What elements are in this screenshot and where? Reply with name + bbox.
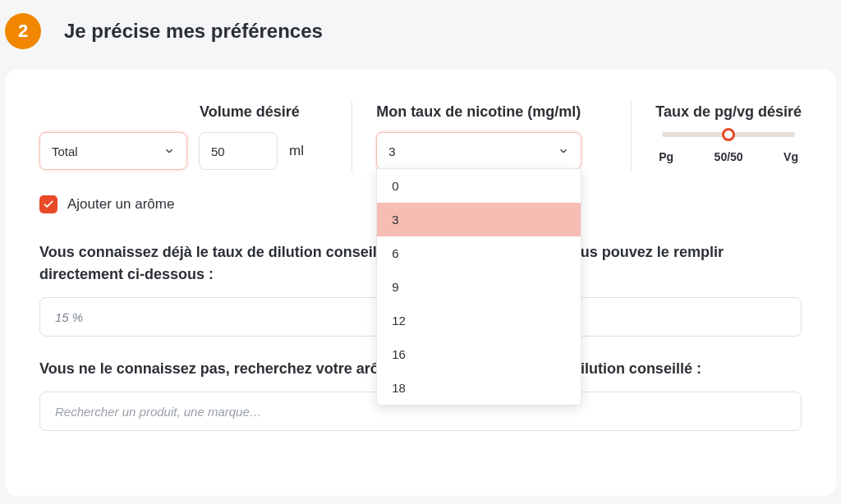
- nicotine-section: Mon taux de nicotine (mg/ml) 3 0 3 6 9 1…: [376, 103, 606, 170]
- aroma-checkbox[interactable]: [39, 195, 57, 213]
- nicotine-select[interactable]: 3: [376, 132, 581, 170]
- volume-type-value: Total: [52, 144, 78, 158]
- volume-section: Volume désiré Total 50 ml: [39, 103, 327, 170]
- nicotine-selected-value: 3: [388, 144, 395, 158]
- pgvg-section: Taux de pg/vg désiré Pg 50/50 Vg: [655, 103, 802, 163]
- preferences-card: Volume désiré Total 50 ml Mon taux de ni…: [5, 69, 836, 496]
- chevron-down-icon: [558, 145, 569, 157]
- nicotine-option[interactable]: 12: [377, 304, 581, 337]
- step-header: 2 Je précise mes préférences: [0, 0, 841, 69]
- step-number-badge: 2: [5, 13, 41, 49]
- nicotine-dropdown: 0 3 6 9 12 16 18: [376, 168, 581, 405]
- volume-unit: ml: [289, 143, 304, 159]
- pgvg-slider-thumb[interactable]: [722, 128, 735, 141]
- nicotine-option[interactable]: 18: [377, 371, 581, 405]
- pgvg-left-label: Pg: [659, 150, 673, 163]
- aroma-search-placeholder: Rechercher un produit, une marque…: [55, 405, 262, 419]
- volume-type-select[interactable]: Total: [39, 132, 187, 170]
- volume-value: 50: [211, 144, 225, 158]
- pgvg-slider[interactable]: [662, 132, 795, 137]
- volume-value-input[interactable]: 50: [199, 132, 278, 170]
- dilution-value: 15 %: [55, 310, 83, 324]
- nicotine-option[interactable]: 16: [377, 337, 581, 371]
- pgvg-label: Taux de pg/vg désiré: [655, 103, 802, 121]
- nicotine-option[interactable]: 0: [377, 169, 581, 203]
- volume-label: Volume désiré: [200, 103, 327, 121]
- nicotine-option[interactable]: 9: [377, 270, 581, 304]
- pgvg-right-label: Vg: [784, 150, 798, 163]
- pgvg-center-label: 50/50: [715, 150, 743, 163]
- chevron-down-icon: [163, 145, 175, 157]
- nicotine-option[interactable]: 6: [377, 236, 581, 270]
- step-title: Je précise mes préférences: [64, 20, 323, 43]
- aroma-checkbox-label: Ajouter un arôme: [67, 196, 174, 213]
- nicotine-option[interactable]: 3: [377, 203, 581, 236]
- nicotine-label: Mon taux de nicotine (mg/ml): [376, 103, 606, 121]
